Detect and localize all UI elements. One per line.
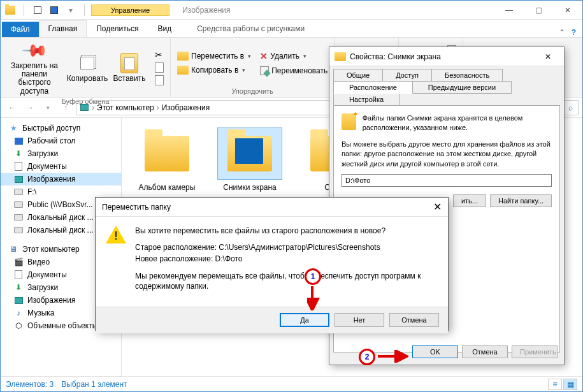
drive-icon [13, 212, 24, 222]
recent-button[interactable]: ▾ [40, 100, 55, 115]
rename-icon [260, 66, 269, 75]
contextual-tab-label: Управление [91, 4, 169, 16]
cancel-button[interactable]: Отмена [462, 345, 508, 358]
folder-icon[interactable] [3, 3, 17, 17]
paste-button[interactable]: Вставить [110, 52, 148, 84]
copy-path-button[interactable] [152, 62, 166, 73]
network-icon [13, 200, 24, 210]
view-tab[interactable]: Вид [148, 20, 181, 37]
find-folder-button[interactable]: Найти папку... [490, 194, 552, 207]
sidebar-documents[interactable]: Документы [1, 160, 121, 173]
pictures-icon [13, 174, 24, 184]
forward-button[interactable]: → [22, 100, 38, 115]
folder-icon [342, 113, 356, 130]
info-text: Файлы папки Снимки экрана хранятся в цел… [363, 113, 552, 133]
download-icon: ⬇ [13, 282, 24, 293]
sidebar-quick-access[interactable]: ★Быстрый доступ [1, 122, 121, 134]
cancel-button[interactable]: Отмена [389, 313, 439, 327]
folder-icon [227, 136, 272, 171]
crumb-thispc[interactable]: Этот компьютер [97, 103, 154, 112]
up-button[interactable]: ↑ [58, 100, 73, 115]
maximize-button[interactable]: ▢ [524, 1, 553, 20]
rename-button[interactable]: Переименовать [257, 66, 330, 76]
confirm-dialog: Переместить папку ✕ Вы хотите переместит… [95, 197, 449, 331]
copy-button[interactable]: Копировать [68, 52, 106, 84]
close-button[interactable]: ✕ [433, 201, 442, 213]
info-text: Вы можете выбрать другое место для хране… [342, 140, 552, 169]
link-icon [155, 75, 164, 85]
objects-icon: ⬡ [13, 321, 24, 331]
tab-settings[interactable]: Настройка [333, 93, 399, 106]
download-icon: ⬇ [13, 149, 24, 159]
dialog-titlebar[interactable]: Переместить папку ✕ [96, 198, 448, 217]
desktop-icon [13, 136, 24, 146]
help-icon[interactable]: ? [572, 28, 576, 37]
sidebar-downloads[interactable]: ⬇Загрузки [1, 147, 121, 160]
minimize-button[interactable]: — [494, 1, 524, 20]
icons-view-button[interactable]: ▦ [563, 379, 577, 390]
dialog-title: Переместить папку [102, 203, 171, 212]
pin-button[interactable]: 📌 Закрепить на панели быстрого доступа [4, 39, 64, 97]
sidebar-pictures[interactable]: Изображения [1, 173, 121, 185]
move-to-button[interactable]: Переместить в▾ [175, 51, 254, 61]
copy-to-button[interactable]: Копировать в▾ [175, 65, 254, 75]
share-tab[interactable]: Поделиться [87, 20, 148, 37]
tab-general[interactable]: Общие [333, 69, 383, 82]
delete-button[interactable]: ✕Удалить▾ [257, 50, 330, 62]
drive-icon [13, 225, 24, 235]
close-button[interactable]: ✕ [553, 1, 582, 20]
location-input[interactable] [342, 174, 552, 187]
window-title: Изображения [182, 6, 230, 15]
back-button[interactable]: ← [4, 100, 20, 115]
qat-item[interactable] [31, 3, 45, 17]
folder-icon [335, 52, 346, 61]
tab-security[interactable]: Безопасность [431, 69, 503, 82]
ribbon-tabs: Файл Главная Поделиться Вид Средства раб… [1, 20, 582, 38]
folder-icon [145, 136, 189, 171]
dialog-new-path: Новое расположение: D:\Фото [135, 254, 438, 264]
close-button[interactable]: ✕ [537, 50, 559, 64]
pin-icon: 📌 [21, 37, 48, 64]
doc-icon [13, 270, 24, 280]
properties-tabs: Общие Доступ Безопасность Расположение П… [329, 66, 564, 105]
dialog-old-path: Старое расположение: C:\Users\Администра… [135, 242, 438, 252]
qat-item[interactable] [47, 3, 61, 17]
video-icon: 🎬 [13, 257, 24, 267]
yes-button[interactable]: Да [280, 313, 329, 327]
copy-icon [80, 57, 94, 69]
qat-dropdown[interactable]: ▾ [64, 3, 78, 17]
apply-button[interactable]: Применить [512, 345, 558, 358]
music-icon: ♪ [13, 308, 24, 318]
restore-button[interactable]: ить... [453, 194, 486, 207]
tab-location[interactable]: Расположение [333, 81, 413, 94]
tab-access[interactable]: Доступ [382, 69, 432, 82]
doc-icon [13, 161, 24, 171]
ok-button[interactable]: OK [412, 345, 458, 358]
star-icon: ★ [8, 123, 18, 133]
home-tab[interactable]: Главная [39, 20, 87, 37]
search-icon: ⌕ [568, 103, 573, 112]
collapse-ribbon-icon[interactable]: ⌃ [559, 28, 565, 37]
picture-tools-tab[interactable]: Средства работы с рисунками [187, 20, 314, 37]
properties-titlebar[interactable]: Свойства: Снимки экрана ✕ [329, 47, 564, 66]
sidebar-drive-f[interactable]: F:\ [1, 185, 121, 198]
titlebar: ▾ Управление Изображения — ▢ ✕ [1, 1, 582, 20]
no-button[interactable]: Нет [335, 313, 384, 327]
details-view-button[interactable]: ≡ [548, 379, 562, 390]
drive-icon [13, 187, 24, 197]
annotation-1: 1 [305, 268, 321, 285]
file-tab[interactable]: Файл [2, 22, 39, 37]
cut-button[interactable]: ✂ [152, 49, 166, 61]
group-label: Упорядочить [175, 87, 330, 96]
crumb-pictures[interactable]: Изображения [162, 103, 210, 112]
quick-access-toolbar: ▾ [1, 3, 91, 17]
warning-icon [106, 226, 126, 246]
tab-previous[interactable]: Предыдущие версии [412, 81, 512, 94]
paste-shortcut-button[interactable] [152, 75, 166, 86]
folder-icon [177, 66, 189, 75]
pc-icon: 🖥 [8, 244, 18, 254]
doc-icon [155, 62, 164, 73]
sidebar-desktop[interactable]: Рабочий стол [1, 134, 121, 147]
annotation-2: 2 [359, 349, 375, 365]
x-icon: ✕ [260, 51, 268, 61]
